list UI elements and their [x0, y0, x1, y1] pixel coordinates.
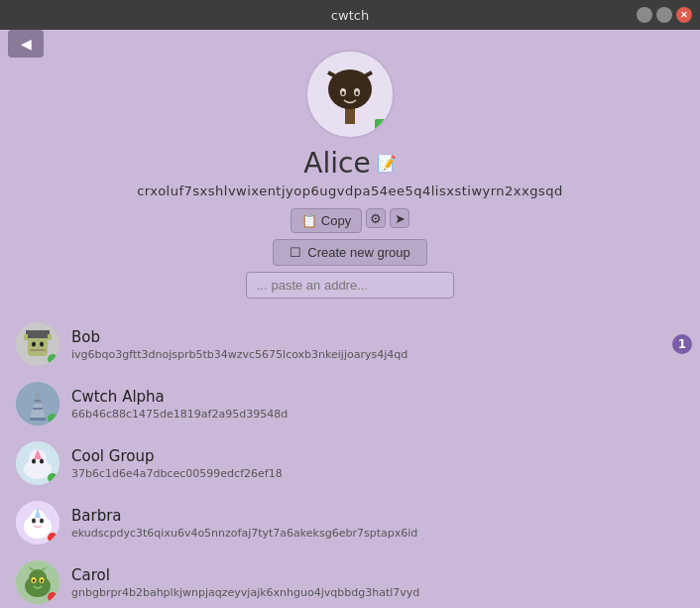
copy-button[interactable]: 📋 Copy — [291, 208, 362, 233]
svg-point-36 — [40, 519, 44, 524]
contact-avatar-barbra — [16, 501, 59, 545]
share-icon: ➤ — [395, 211, 406, 226]
username-row: Alice 📝 — [303, 147, 396, 180]
cwtch-info: Cwtch Alpha 66b46c88c1475de1819af2a95d39… — [71, 388, 684, 421]
minimize-button[interactable] — [637, 7, 652, 23]
svg-rect-15 — [48, 334, 52, 340]
barbra-info: Barbra ekudscpdyc3t6qixu6v4o5nnzofaj7tyt… — [71, 507, 684, 540]
gear-icon: ⚙ — [370, 211, 382, 226]
svg-point-30 — [40, 459, 44, 464]
profile-address: crxoluf7sxshlvwixentjyop6ugvdpa54ee5q4li… — [137, 183, 563, 198]
carol-name: Carol — [71, 566, 684, 584]
create-group-label: Create new group — [307, 245, 409, 260]
contact-avatar-carol — [16, 560, 59, 604]
list-item[interactable]: Barbra ekudscpdyc3t6qixu6v4o5nnzofaj7tyt… — [0, 493, 700, 552]
svg-point-16 — [32, 342, 36, 347]
svg-point-39 — [29, 569, 47, 587]
main-content: Alice 📝 crxoluf7sxshlvwixentjyop6ugvdpa5… — [0, 30, 700, 608]
svg-rect-23 — [33, 408, 43, 410]
carol-info: Carol gnbgbrpr4b2bahplkjwnpjaqzeyvjajk6x… — [71, 566, 684, 599]
settings-button[interactable]: ⚙ — [366, 208, 386, 228]
cool-address: 37b6c1d6e4a7dbcec00599edcf26ef18 — [71, 467, 684, 480]
contact-avatar-cool — [16, 441, 59, 485]
bob-status — [48, 354, 58, 364]
paste-address-input[interactable] — [246, 272, 454, 299]
create-group-button[interactable]: ☐ Create new group — [273, 239, 426, 266]
barbra-name: Barbra — [71, 507, 684, 525]
back-button[interactable]: ◀ — [8, 30, 44, 58]
svg-point-10 — [356, 91, 359, 95]
maximize-button[interactable] — [656, 7, 672, 23]
cwtch-name: Cwtch Alpha — [71, 388, 684, 406]
barbra-status — [48, 533, 58, 543]
svg-point-35 — [32, 519, 36, 524]
copy-icon: 📋 — [301, 213, 317, 228]
cool-status — [48, 473, 58, 483]
svg-point-29 — [32, 459, 36, 464]
svg-rect-24 — [35, 400, 41, 402]
list-item[interactable]: Bob ivg6bqo3gftt3dnojsprb5tb34wzvc5675lc… — [0, 314, 700, 374]
contact-avatar-bob — [16, 322, 59, 366]
svg-point-42 — [33, 579, 35, 582]
contact-list: Bob ivg6bqo3gftt3dnojsprb5tb34wzvc5675lc… — [0, 314, 700, 608]
title-bar: cwtch ✕ — [0, 0, 700, 30]
list-item[interactable]: Cool Group 37b6c1d6e4a7dbcec00599edcf26e… — [0, 433, 700, 493]
cwtch-status — [48, 414, 58, 424]
svg-rect-14 — [24, 334, 28, 340]
carol-status — [48, 592, 58, 602]
create-group-icon: ☐ — [290, 245, 301, 260]
notification-badge: 1 — [672, 334, 692, 354]
cwtch-address: 66b46c88c1475de1819af2a95d39548d — [71, 408, 684, 421]
profile-avatar — [305, 50, 395, 139]
bob-name: Bob — [71, 328, 684, 346]
contact-avatar-cwtch — [16, 382, 59, 426]
copy-label: Copy — [321, 213, 351, 228]
svg-point-9 — [342, 91, 345, 95]
carol-address: gnbgbrpr4b2bahplkjwnpjaqzeyvjajk6xnhguo4… — [71, 586, 684, 599]
share-button[interactable]: ➤ — [390, 208, 409, 228]
svg-point-43 — [41, 579, 43, 582]
back-icon: ◀ — [21, 36, 32, 52]
edit-profile-icon[interactable]: 📝 — [377, 154, 397, 173]
cool-name: Cool Group — [71, 447, 684, 465]
svg-rect-22 — [30, 418, 46, 421]
profile-username: Alice — [303, 147, 370, 180]
list-item[interactable]: Cwtch Alpha 66b46c88c1475de1819af2a95d39… — [0, 374, 700, 433]
list-item[interactable]: Carol gnbgbrpr4b2bahplkjwnpjaqzeyvjajk6x… — [0, 552, 700, 608]
svg-rect-13 — [26, 330, 50, 338]
bob-address: ivg6bqo3gftt3dnojsprb5tb34wzvc5675lcoxb3… — [71, 348, 684, 361]
profile-online-status — [375, 119, 387, 131]
barbra-address: ekudscpdyc3t6qixu6v4o5nnzofaj7tyt7a6akek… — [71, 527, 684, 540]
window-controls: ✕ — [637, 7, 692, 23]
window-title: cwtch — [331, 8, 369, 23]
svg-point-17 — [40, 342, 44, 347]
close-button[interactable]: ✕ — [676, 7, 692, 23]
bob-info: Bob ivg6bqo3gftt3dnojsprb5tb34wzvc5675lc… — [71, 328, 684, 361]
action-buttons: 📋 Copy ⚙ ➤ — [291, 208, 409, 233]
cool-info: Cool Group 37b6c1d6e4a7dbcec00599edcf26e… — [71, 447, 684, 480]
